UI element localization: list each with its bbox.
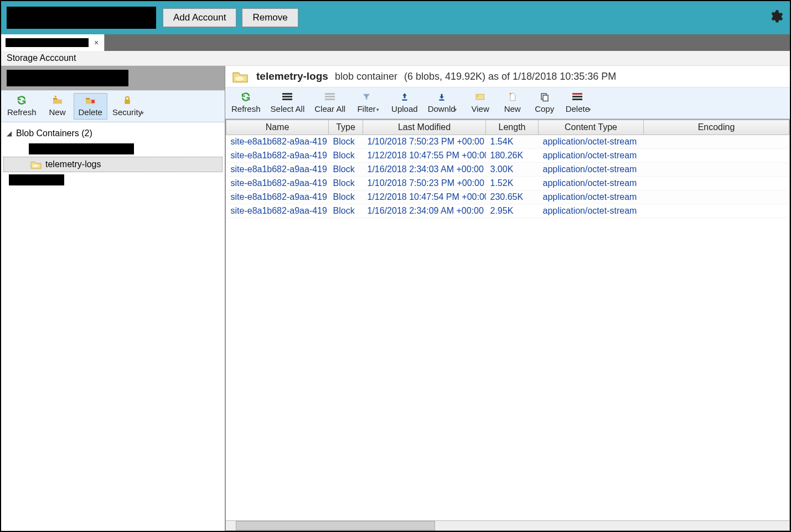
- cell-modified: 1/10/2018 7:50:23 PM +00:00: [363, 177, 486, 190]
- settings-button[interactable]: [768, 9, 783, 26]
- delete-folder-icon: ✖: [85, 95, 96, 106]
- dropdown-arrow-icon[interactable]: ▼: [140, 111, 144, 116]
- svg-rect-19: [572, 99, 582, 100]
- view-icon: [475, 91, 486, 102]
- add-account-button[interactable]: Add Account: [163, 8, 236, 27]
- cloud-folder-icon: [231, 69, 250, 84]
- cell-modified: 1/12/2018 10:47:54 PM +00:00: [363, 190, 486, 204]
- cell-enc: [644, 149, 789, 163]
- cell-ctype: application/octet-stream: [539, 163, 644, 177]
- account-selector-redacted[interactable]: [7, 7, 156, 29]
- cell-ctype: application/octet-stream: [539, 149, 644, 163]
- table-row[interactable]: site-e8a1b682-a9aa-419Block1/12/2018 10:…: [226, 149, 789, 163]
- cell-ctype: application/octet-stream: [539, 204, 644, 218]
- cell-length: 230.65K: [486, 190, 539, 204]
- col-content-type[interactable]: Content Type: [539, 120, 644, 135]
- cell-modified: 1/16/2018 2:34:03 AM +00:00: [363, 163, 486, 177]
- delete-blob-button[interactable]: Delete ▼: [561, 90, 594, 115]
- cell-length: 180.26K: [486, 149, 539, 163]
- new-blob-button[interactable]: ✦ New: [497, 90, 529, 116]
- main-split: Refresh ✦ New ✖ Delete Security ▼: [1, 66, 790, 531]
- container-title-row: telemetry-logs blob container (6 blobs, …: [225, 66, 790, 87]
- btn-label: Copy: [535, 104, 554, 113]
- btn-label: View: [472, 104, 489, 113]
- col-type[interactable]: Type: [329, 120, 363, 135]
- delete-icon: [572, 91, 582, 102]
- cell-name: site-e8a1b682-a9aa-419: [226, 163, 329, 177]
- col-name[interactable]: Name: [226, 120, 329, 135]
- download-button[interactable]: Downld ▼: [423, 90, 461, 115]
- svg-text:✦: ✦: [508, 92, 511, 96]
- lock-icon: [123, 95, 132, 106]
- refresh-button[interactable]: Refresh: [2, 93, 42, 120]
- view-button[interactable]: View: [464, 90, 497, 116]
- delete-button[interactable]: ✖ Delete: [74, 93, 107, 120]
- cell-enc: [644, 135, 789, 149]
- dropdown-arrow-icon[interactable]: ▼: [375, 107, 380, 112]
- scrollbar-thumb[interactable]: [236, 521, 435, 530]
- filter-button[interactable]: Filter ▼: [350, 90, 382, 115]
- cell-length: 1.52K: [486, 177, 539, 190]
- new-button[interactable]: ✦ New: [42, 93, 74, 120]
- cell-name: site-e8a1b682-a9aa-419: [226, 149, 329, 163]
- cell-name: site-e8a1b682-a9aa-419: [226, 190, 329, 204]
- cell-type: Block: [329, 135, 363, 149]
- tab-label-redacted: [6, 38, 89, 47]
- col-length[interactable]: Length: [486, 120, 539, 135]
- btn-label: Upload: [391, 104, 418, 113]
- svg-point-2: [33, 164, 39, 167]
- right-toolbar: Refresh Select All Clear All Filter ▼ Up…: [225, 87, 790, 119]
- svg-rect-16: [543, 95, 548, 101]
- tree-root-label: Blob Containers (2): [16, 128, 92, 138]
- table-row[interactable]: site-e8a1b682-a9aa-419Block1/12/2018 10:…: [226, 190, 789, 204]
- svg-rect-7: [325, 93, 335, 95]
- tree-item-telemetry-logs[interactable]: telemetry-logs: [3, 157, 223, 172]
- refresh-button[interactable]: Refresh: [226, 90, 266, 116]
- svg-rect-12: [476, 94, 484, 100]
- remove-button[interactable]: Remove: [242, 8, 298, 27]
- security-button[interactable]: Security ▼: [107, 93, 147, 118]
- table-row[interactable]: site-e8a1b682-a9aa-419Block1/16/2018 2:3…: [226, 204, 789, 218]
- cell-ctype: application/octet-stream: [539, 135, 644, 149]
- col-modified[interactable]: Last Modified: [363, 120, 486, 135]
- new-file-icon: ✦: [508, 91, 517, 102]
- blob-grid-wrap: Name Type Last Modified Length Content T…: [225, 119, 790, 531]
- table-row[interactable]: site-e8a1b682-a9aa-419Block1/10/2018 7:5…: [226, 135, 789, 149]
- download-icon: [437, 91, 447, 102]
- btn-label: Clear All: [314, 104, 345, 113]
- cell-name: site-e8a1b682-a9aa-419: [226, 177, 329, 190]
- tree-item-redacted[interactable]: [3, 141, 223, 157]
- collapse-arrow-icon[interactable]: ◢: [7, 130, 13, 137]
- delete-label: Delete: [79, 107, 102, 117]
- refresh-icon: [241, 91, 251, 102]
- dropdown-arrow-icon[interactable]: ▼: [453, 107, 458, 112]
- dropdown-arrow-icon[interactable]: ▼: [587, 107, 592, 112]
- security-label: Security: [112, 107, 142, 117]
- clear-all-icon: [325, 91, 335, 102]
- col-encoding[interactable]: Encoding: [644, 120, 789, 135]
- tree-root[interactable]: ◢ Blob Containers (2): [3, 126, 223, 141]
- clear-all-button[interactable]: Clear All: [309, 90, 350, 116]
- copy-button[interactable]: Copy: [529, 90, 561, 116]
- right-panel: telemetry-logs blob container (6 blobs, …: [225, 66, 790, 531]
- btn-label: Select All: [271, 104, 305, 113]
- tab-active[interactable]: ×: [1, 34, 105, 51]
- cell-type: Block: [329, 149, 363, 163]
- horizontal-scrollbar[interactable]: [226, 520, 789, 530]
- tab-close-button[interactable]: ×: [93, 38, 100, 47]
- redacted-label: [9, 174, 64, 185]
- cell-modified: 1/12/2018 10:47:55 PM +00:00: [363, 149, 486, 163]
- cell-enc: [644, 190, 789, 204]
- svg-rect-5: [282, 96, 292, 97]
- cell-type: Block: [329, 190, 363, 204]
- table-row[interactable]: site-e8a1b682-a9aa-419Block1/16/2018 2:3…: [226, 163, 789, 177]
- table-row[interactable]: site-e8a1b682-a9aa-419Block1/10/2018 7:5…: [226, 177, 789, 190]
- cell-ctype: application/octet-stream: [539, 177, 644, 190]
- btn-label: Downld: [428, 104, 456, 113]
- btn-label: Delete: [566, 104, 590, 113]
- tree-trailing-redacted[interactable]: [3, 172, 223, 188]
- btn-label: Refresh: [231, 104, 261, 113]
- select-all-button[interactable]: Select All: [266, 90, 310, 116]
- upload-button[interactable]: Upload: [386, 90, 423, 116]
- blob-grid[interactable]: Name Type Last Modified Length Content T…: [226, 120, 789, 218]
